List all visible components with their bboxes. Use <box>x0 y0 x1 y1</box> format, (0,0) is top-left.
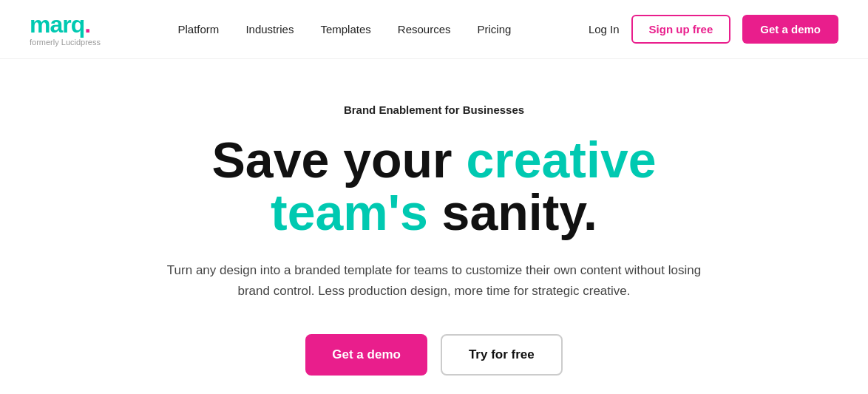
signup-button[interactable]: Sign up free <box>631 15 731 44</box>
hero-headline: Save your creative team's sanity. <box>131 134 737 240</box>
try-free-hero-button[interactable]: Try for free <box>441 334 563 376</box>
nav-item-templates[interactable]: Templates <box>320 23 370 35</box>
nav-item-platform[interactable]: Platform <box>178 23 220 35</box>
main-nav: Platform Industries Templates Resources … <box>178 23 512 35</box>
hero-eyebrow: Brand Enablement for Businesses <box>344 103 524 116</box>
logo[interactable]: marq. formerly Lucidpress <box>30 13 101 47</box>
logo-subtitle: formerly Lucidpress <box>30 38 101 47</box>
get-demo-hero-button[interactable]: Get a demo <box>305 334 427 376</box>
nav-item-resources[interactable]: Resources <box>398 23 451 35</box>
hero-cta-group: Get a demo Try for free <box>305 334 562 376</box>
hero-body-text: Turn any design into a branded template … <box>153 260 715 302</box>
hero-headline-end: sanity. <box>428 184 597 240</box>
login-button[interactable]: Log In <box>589 23 620 35</box>
logo-wordmark: marq. <box>30 13 101 36</box>
site-header: marq. formerly Lucidpress Platform Indus… <box>0 0 868 59</box>
hero-headline-start: Save your <box>211 132 466 188</box>
header-actions: Log In Sign up free Get a demo <box>589 15 838 44</box>
nav-item-industries[interactable]: Industries <box>245 23 294 35</box>
hero-section: Brand Enablement for Businesses Save you… <box>0 59 868 394</box>
nav-item-pricing[interactable]: Pricing <box>478 23 512 35</box>
get-demo-header-button[interactable]: Get a demo <box>742 15 838 44</box>
